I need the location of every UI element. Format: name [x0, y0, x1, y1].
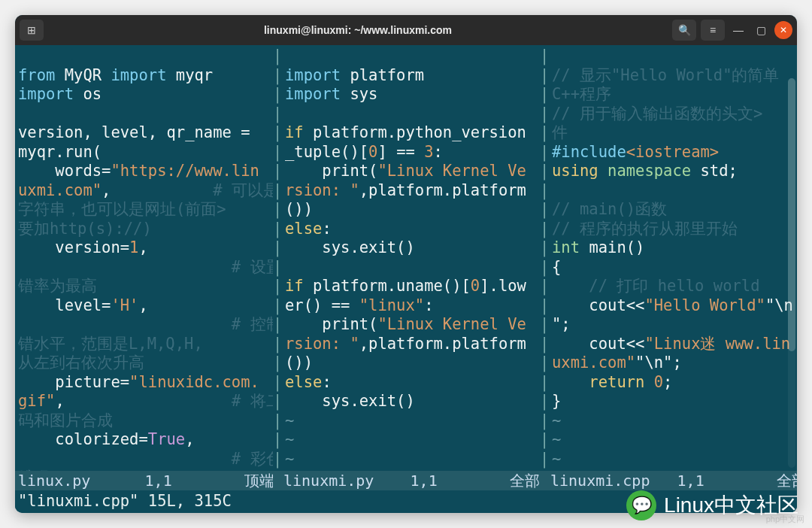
status-spacer: [438, 472, 510, 490]
code: ~: [285, 450, 294, 468]
code: std;: [700, 162, 737, 180]
minimize-icon: —: [733, 24, 744, 36]
code: ;: [663, 373, 672, 391]
statusline-pane-2: linuxmi.py 1,1 全部: [282, 471, 540, 490]
code: ==: [332, 296, 359, 314]
code: 维码: [18, 469, 50, 471]
code: ,: [102, 181, 213, 199]
statusline-pane-1: linux.py 1,1 顶端: [15, 471, 273, 490]
code: 字符串，也可以是网址(前面>: [18, 200, 226, 218]
minimize-button[interactable]: —: [729, 21, 747, 39]
code: version: [18, 238, 120, 256]
vim-pane-1[interactable]: from MyQR import myqr import os version,…: [15, 45, 273, 471]
code: 3: [424, 143, 433, 161]
code: uxmi.com": [552, 354, 635, 372]
status-spacer: [172, 472, 244, 490]
split-separator-2[interactable]: | | | | | | | | | | | | | | | | | | | | …: [540, 45, 549, 471]
code: "https://www.lin: [111, 162, 259, 180]
code: =: [120, 373, 129, 391]
code: ()): [285, 354, 313, 372]
code: 码和图片合成: [18, 411, 113, 429]
code: # 彩色二: [18, 450, 273, 468]
code: 要加http(s)://): [18, 220, 152, 238]
terminal-area[interactable]: from MyQR import myqr import os version,…: [15, 45, 797, 513]
code: :: [424, 296, 433, 314]
vim-pane-2[interactable]: import platform import sys if platform.p…: [282, 45, 540, 471]
code: platform.uname()[: [313, 277, 471, 295]
code: MyQR: [65, 66, 111, 84]
wechat-icon: 💬: [626, 490, 656, 520]
code: ,platform.platform: [359, 181, 526, 199]
code: myqr.run(: [18, 143, 102, 161]
code: version, level, qr_name: [18, 123, 241, 141]
code: ~: [285, 411, 294, 429]
chat-icon: 💬: [632, 496, 652, 515]
code: myqr: [176, 66, 213, 84]
menu-button[interactable]: ≡: [701, 20, 725, 41]
code: :: [434, 143, 443, 161]
code: os: [83, 85, 102, 103]
status-filename: linuxmi.py: [283, 472, 411, 490]
status-filename: linuxmi.cpp: [550, 472, 677, 490]
code: ,platform.platform: [359, 335, 526, 353]
code: 件: [552, 123, 568, 141]
code: import: [285, 85, 350, 103]
code: "Linux迷 www.lin: [644, 335, 790, 353]
code: :: [322, 220, 331, 238]
code: if: [285, 277, 313, 295]
code: picture: [18, 373, 120, 391]
code: ,: [138, 296, 147, 314]
code: ~: [552, 469, 561, 471]
code: 0: [368, 143, 377, 161]
code: # 设置容: [18, 258, 273, 276]
maximize-button[interactable]: ▢: [752, 21, 770, 39]
code: ]: [377, 143, 396, 161]
code: return: [552, 373, 654, 391]
code: "Linux Kernel Ve: [377, 315, 526, 333]
code: =: [138, 430, 147, 448]
code: words: [18, 162, 102, 180]
code: "Hello World": [644, 296, 765, 314]
code: cout<<: [552, 335, 644, 353]
code: rsion: ": [285, 335, 359, 353]
code: platform: [350, 66, 424, 84]
vim-pane-3[interactable]: // 显示"Hello World"的简单 C++程序 // 用于输入输出函数的…: [549, 45, 797, 471]
status-sep: [540, 471, 549, 490]
code: C++程序: [552, 85, 611, 103]
close-button[interactable]: ✕: [774, 21, 792, 39]
code: # 控制纠: [18, 315, 273, 333]
titlebar: ⊞ linuxmi@linuxmi: ~/www.linuxmi.com 🔍 ≡…: [15, 15, 797, 45]
code: level: [18, 296, 102, 314]
code: er(): [285, 296, 332, 314]
code: import: [18, 85, 83, 103]
code: else: [285, 373, 322, 391]
code: sys.exit(): [285, 392, 415, 410]
code: main: [589, 238, 626, 256]
code: using: [552, 162, 607, 180]
scrollbar-thumb[interactable]: [788, 78, 795, 351]
statusline-pane-3: linuxmi.cpp 1,1 全部: [549, 471, 797, 490]
code: 0: [471, 277, 480, 295]
split-separator-1[interactable]: | | | | | | | | | | | | | | | | | | | | …: [273, 45, 282, 471]
scrollbar[interactable]: [788, 78, 795, 468]
code: ~: [285, 430, 294, 448]
search-button[interactable]: 🔍: [672, 20, 696, 41]
code: int: [552, 238, 589, 256]
code: print(: [285, 162, 377, 180]
status-cursor-pos: 1,1: [677, 472, 704, 490]
code: import: [285, 66, 350, 84]
code: # 可以是: [213, 181, 273, 199]
code: // main()函数: [552, 200, 667, 218]
code: =: [120, 238, 129, 256]
new-tab-icon: ⊞: [27, 24, 36, 36]
code: 1: [129, 238, 138, 256]
code: "Linux Kernel Ve: [377, 162, 526, 180]
code: ,: [55, 392, 232, 410]
window-title: linuxmi@linuxmi: ~/www.linuxmi.com: [48, 24, 668, 36]
code: if: [285, 123, 313, 141]
code: gif": [18, 392, 55, 410]
new-tab-button[interactable]: ⊞: [20, 20, 44, 41]
code: }: [552, 392, 561, 410]
code: "linux": [359, 296, 424, 314]
php-logo: php中文网: [766, 514, 804, 525]
